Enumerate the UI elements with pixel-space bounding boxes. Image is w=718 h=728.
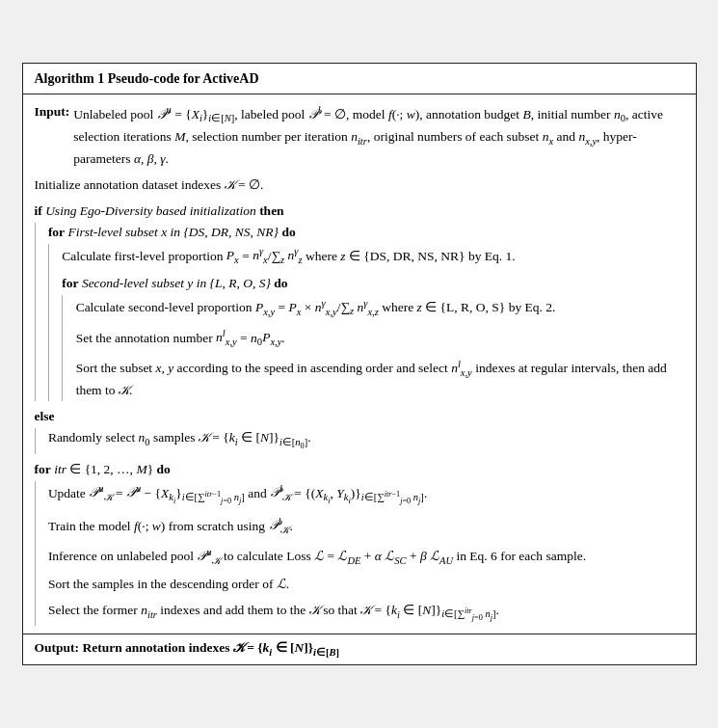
else-content: Randomly select n0 samples 𝒦 = {ki ∈ [N]… [48,428,684,454]
else-line: else [35,407,684,427]
input-text: Unlabeled pool 𝒫u = {Xi}i∈[N], labeled p… [73,102,683,169]
for-itr-block: Update 𝒫u𝒦 = 𝒫u − {Xki}i∈[∑itr−1j=0 nj] … [35,481,684,626]
initialize-line: Initialize annotation dataset indexes 𝒦 … [35,175,684,196]
if-content: for First-level subset x in {DS, DR, NS,… [48,223,684,402]
update-pools: Update 𝒫u𝒦 = 𝒫u − {Xki}i∈[∑itr−1j=0 nj] … [48,481,684,508]
for-itr-content: Update 𝒫u𝒦 = 𝒫u − {Xki}i∈[∑itr−1j=0 nj] … [48,481,684,626]
for-second-content: Calculate second-level proportion Px,y =… [76,295,684,401]
sort-descending: Sort the samples in the descending order… [48,575,684,595]
set-annotation-number: Set the annotation number nlx,y = n0Px,y… [76,326,684,351]
output-text: Return annotation indexes 𝒦 = {ki ∈ [N]}… [82,640,339,655]
calc-second-proportion: Calculate second-level proportion Px,y =… [76,295,684,320]
algorithm-body: Input: Unlabeled pool 𝒫u = {Xi}i∈[N], la… [23,94,696,634]
vbar-itr [35,481,39,626]
select-former: Select the former nitr indexes and add t… [48,601,684,626]
else-block: Randomly select n0 samples 𝒦 = {ki ∈ [N]… [35,428,684,454]
input-line: Input: Unlabeled pool 𝒫u = {Xi}i∈[N], la… [35,102,684,169]
train-model: Train the model f(·; w) from scratch usi… [48,514,684,539]
for-first-level: for First-level subset x in {DS, DR, NS,… [48,223,684,243]
vbar-1 [35,223,39,402]
for-second-block: Calculate second-level proportion Px,y =… [62,295,683,401]
for-second-level: for Second-level subset y in {L, R, O, S… [62,274,683,294]
output-label: Output: [35,640,80,655]
vbar-2 [48,244,52,402]
algorithm-box: Algorithm 1 Pseudo-code for ActiveAD Inp… [22,63,697,666]
sort-subset: Sort the subset x, y according to the sp… [76,356,684,400]
vbar-3 [62,295,66,401]
vbar-else [35,428,39,454]
for-first-block: Calculate first-level proportion Px = nγ… [48,244,684,402]
for-first-content: Calculate first-level proportion Px = nγ… [62,244,683,402]
input-label: Input: [35,102,70,122]
output-line: Output: Return annotation indexes 𝒦 = {k… [23,634,696,664]
randomly-select: Randomly select n0 samples 𝒦 = {ki ∈ [N]… [48,428,684,453]
inference-loss: Inference on unlabeled pool 𝒫u𝒦 to calcu… [48,544,684,569]
algorithm-header: Algorithm 1 Pseudo-code for ActiveAD [23,64,696,95]
calc-first-proportion: Calculate first-level proportion Px = nγ… [62,244,683,269]
if-line: if Using Ego-Diversity based initializat… [35,202,684,222]
for-itr-line: for itr ∈ {1, 2, …, M} do [35,460,684,480]
if-block: for First-level subset x in {DS, DR, NS,… [35,223,684,402]
